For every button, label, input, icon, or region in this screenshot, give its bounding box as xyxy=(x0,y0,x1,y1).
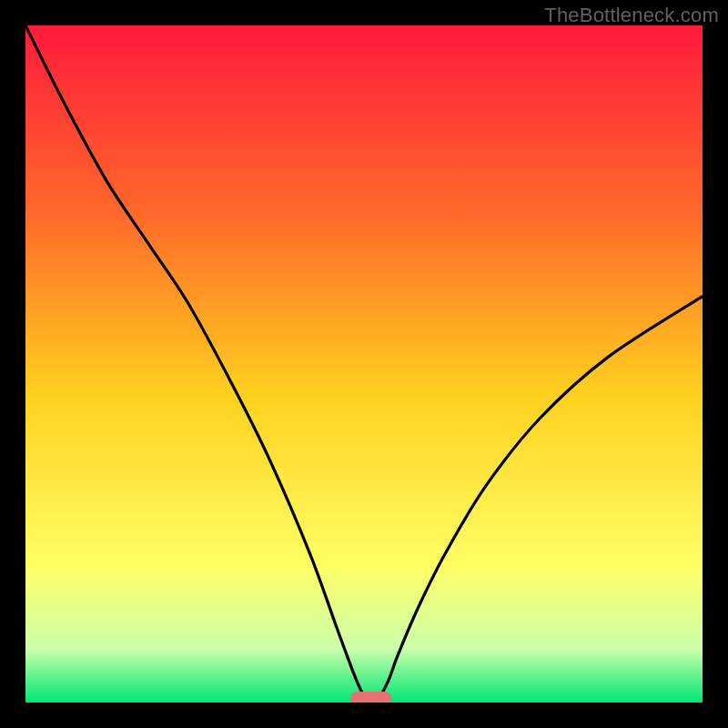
chart-frame: TheBottleneck.com xyxy=(0,0,728,728)
bottleneck-curve xyxy=(25,25,703,702)
plot-area xyxy=(25,25,703,703)
optimum-marker xyxy=(350,692,391,703)
attribution-text: TheBottleneck.com xyxy=(544,4,719,27)
gradient-background xyxy=(25,25,703,703)
plot-svg xyxy=(25,25,703,703)
